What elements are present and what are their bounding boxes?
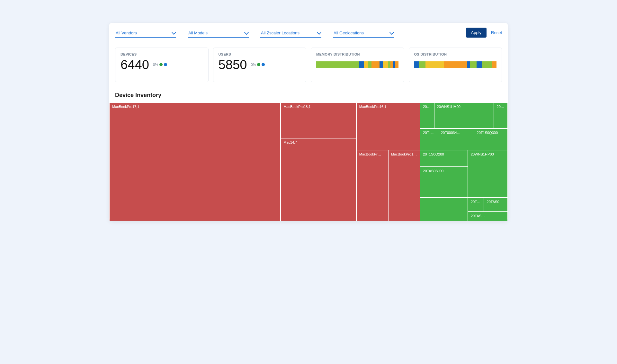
distribution-segment[interactable] (316, 61, 359, 68)
treemap-cell[interactable]: MacBookPro16,1 (356, 102, 420, 150)
kpi-row: DEVICES 6440 0% USERS 5850 0% (109, 43, 508, 85)
treemap-cell[interactable]: 20T1S0Q200 (420, 150, 468, 167)
treemap-cell[interactable]: 20TAS0BJ00 (420, 167, 468, 198)
apply-button[interactable]: Apply (466, 28, 487, 38)
treemap-cell[interactable]: 20T1S… (420, 129, 438, 150)
treemap-cell[interactable]: 20TAS0BH00 (484, 198, 508, 212)
distribution-segment[interactable] (470, 61, 477, 68)
distribution-segment[interactable] (395, 61, 398, 68)
treemap-cell[interactable]: 20Q5S… (420, 102, 434, 129)
status-dot-icon (257, 63, 260, 66)
filter-bar: All Vendors All Models All Zscaler Locat… (109, 23, 508, 43)
dashboard-card: All Vendors All Models All Zscaler Locat… (109, 23, 508, 221)
filter-geo-label: All Geolocations (334, 31, 364, 35)
kpi-devices-label: DEVICES (121, 52, 203, 56)
distribution-segment[interactable] (380, 61, 383, 68)
treemap-cell[interactable]: 20WNS1HM00 (434, 102, 494, 129)
treemap-cell[interactable]: MacBookPr… (356, 150, 388, 221)
distribution-segment[interactable] (467, 61, 470, 68)
info-dot-icon (164, 63, 167, 66)
section-title: Device Inventory (109, 85, 508, 102)
treemap-cell[interactable]: MacBookPro16,3 (388, 150, 420, 221)
kpi-users-label: USERS (219, 52, 301, 56)
distribution-segment[interactable] (477, 61, 481, 68)
treemap-cell[interactable]: 20W… (494, 102, 508, 129)
kpi-os-label: OS DISTRIBUTION (414, 52, 497, 56)
chevron-down-icon (389, 30, 394, 34)
kpi-memory-label: MEMORY DISTRIBUTION (316, 52, 399, 56)
distribution-segment[interactable] (482, 61, 492, 68)
treemap-cell[interactable]: Mac14,7 (281, 138, 356, 221)
kpi-devices-value: 6440 (121, 58, 149, 71)
distribution-segment[interactable] (388, 61, 390, 68)
info-dot-icon (262, 63, 265, 66)
kpi-users-value-row: 5850 0% (219, 58, 301, 71)
treemap-cell[interactable]: 20T1S0Q300 (474, 129, 508, 150)
distribution-segment[interactable] (359, 61, 364, 68)
kpi-users[interactable]: USERS 5850 0% (213, 48, 307, 82)
kpi-devices-value-row: 6440 0% (121, 58, 203, 71)
filter-zscaler-label: All Zscaler Locations (261, 31, 300, 35)
chevron-down-icon (317, 30, 321, 34)
kpi-memory-distribution[interactable]: MEMORY DISTRIBUTION (311, 48, 404, 82)
filter-vendors-label: All Vendors (116, 31, 137, 35)
treemap-cell[interactable]: 20T00034… (438, 129, 474, 150)
distribution-segment[interactable] (364, 61, 368, 68)
page-frame: All Vendors All Models All Zscaler Locat… (87, 10, 530, 234)
kpi-devices-trend-text: 0% (153, 63, 158, 67)
distribution-segment[interactable] (419, 61, 426, 68)
treemap-cell[interactable] (420, 198, 468, 221)
filter-actions: Apply Reset (466, 28, 502, 38)
chevron-down-icon (244, 30, 249, 34)
filter-geolocations[interactable]: All Geolocations (333, 29, 394, 38)
os-distribution-chart (414, 61, 497, 68)
distribution-segment[interactable] (425, 61, 443, 68)
filter-models[interactable]: All Models (188, 29, 249, 38)
filter-models-label: All Models (188, 31, 208, 35)
treemap-cell[interactable]: 20T00… (468, 198, 484, 212)
kpi-devices-trend: 0% (153, 63, 167, 67)
filter-vendors[interactable]: All Vendors (115, 29, 176, 38)
treemap-cell[interactable]: MacBookPro17,1 (109, 102, 281, 221)
distribution-segment[interactable] (414, 61, 419, 68)
distribution-segment[interactable] (371, 61, 380, 68)
distribution-segment[interactable] (492, 61, 496, 68)
kpi-users-trend-text: 0% (251, 63, 256, 67)
chevron-down-icon (172, 30, 176, 34)
memory-distribution-chart (316, 61, 399, 68)
status-dot-icon (159, 63, 163, 66)
distribution-segment[interactable] (368, 61, 371, 68)
reset-button[interactable]: Reset (491, 30, 502, 35)
distribution-segment[interactable] (383, 61, 388, 68)
treemap-cell[interactable]: MacBookPro18,1 (281, 102, 356, 138)
treemap-cell[interactable]: 20TAS… (468, 212, 508, 221)
device-inventory-treemap: MacBookPro17,1MacBookPro18,1Mac14,7MacBo… (109, 102, 508, 221)
kpi-users-trend: 0% (251, 63, 265, 67)
treemap-cell[interactable]: 20WNS1HP00 (468, 150, 508, 198)
filter-zscaler-locations[interactable]: All Zscaler Locations (260, 29, 321, 38)
kpi-users-value: 5850 (219, 58, 247, 71)
distribution-segment[interactable] (390, 61, 393, 68)
kpi-devices[interactable]: DEVICES 6440 0% (115, 48, 209, 82)
distribution-segment[interactable] (444, 61, 467, 68)
kpi-os-distribution[interactable]: OS DISTRIBUTION (409, 48, 502, 82)
distribution-segment[interactable] (393, 61, 395, 68)
